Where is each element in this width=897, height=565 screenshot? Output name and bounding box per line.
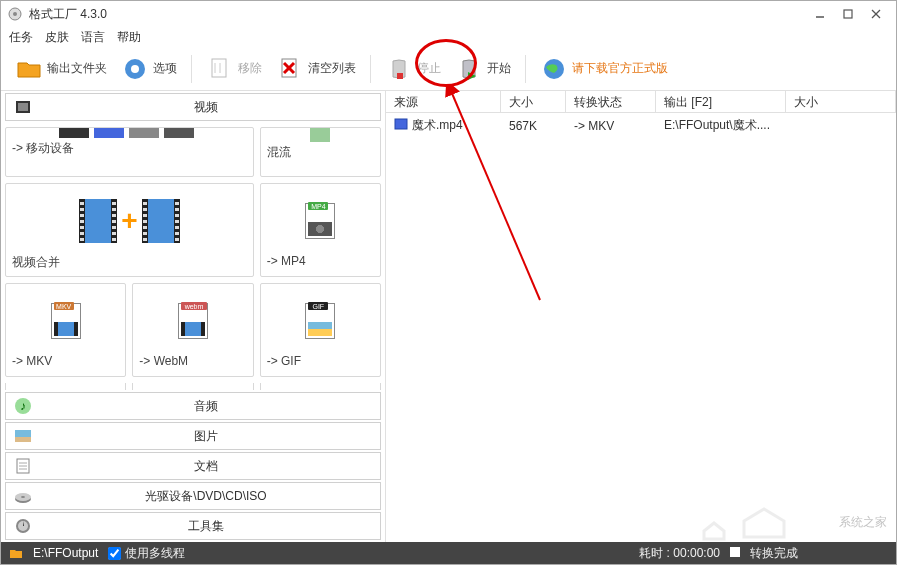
- menu-help[interactable]: 帮助: [117, 29, 141, 46]
- cell-size: 567K: [501, 116, 566, 135]
- svg-rect-3: [844, 10, 852, 18]
- stop-button[interactable]: 停止: [381, 53, 445, 85]
- cell-source: 魔术.mp4: [386, 116, 501, 135]
- tile-webm[interactable]: webm -> WebM: [132, 283, 253, 377]
- disc-category[interactable]: 光驱设备\DVD\CD\ISO: [5, 482, 381, 510]
- col-size[interactable]: 大小: [501, 91, 566, 112]
- clear-label: 清空列表: [308, 60, 356, 77]
- svg-rect-20: [94, 128, 124, 138]
- svg-rect-21: [129, 128, 159, 138]
- svg-point-34: [21, 496, 25, 498]
- elapsed-time: 耗时 : 00:00:00: [639, 545, 720, 562]
- tile-gif-label: -> GIF: [267, 352, 374, 370]
- tile-merge[interactable]: + 视频合并: [5, 183, 254, 277]
- stop-icon: [385, 55, 413, 83]
- document-label: 文档: [40, 458, 372, 475]
- progress-square-icon: [730, 546, 740, 560]
- output-path[interactable]: E:\FFOutput: [33, 546, 98, 560]
- separator: [370, 55, 371, 83]
- col-size2[interactable]: 大小: [786, 91, 896, 112]
- tile-mp4[interactable]: MP4 -> MP4: [260, 183, 381, 277]
- stop-label: 停止: [417, 60, 441, 77]
- tile-mkv-label: -> MKV: [12, 352, 119, 370]
- col-output[interactable]: 输出 [F2]: [656, 91, 786, 112]
- multithread-input[interactable]: [108, 547, 121, 560]
- multithread-label: 使用多线程: [125, 545, 185, 562]
- image-icon: [14, 427, 32, 445]
- svg-rect-27: [15, 437, 31, 442]
- minimize-button[interactable]: [806, 4, 834, 24]
- svg-text:♪: ♪: [20, 399, 26, 413]
- audio-icon: ♪: [14, 397, 32, 415]
- start-icon: [455, 55, 483, 83]
- tile-partial[interactable]: [5, 383, 126, 390]
- video-icon: [14, 98, 32, 116]
- progress-text: 转换完成: [750, 545, 798, 562]
- menu-skin[interactable]: 皮肤: [45, 29, 69, 46]
- tools-icon: [14, 517, 32, 535]
- tile-mix[interactable]: 混流: [260, 127, 381, 177]
- clear-button[interactable]: 清空列表: [272, 53, 360, 85]
- tiles-area: -> 移动设备 混流 + 视频合并 MP4 -> MP4: [1, 123, 385, 390]
- remove-label: 移除: [238, 60, 262, 77]
- tile-mobile-label: -> 移动设备: [12, 138, 247, 156]
- cell-source-text: 魔术.mp4: [412, 117, 463, 134]
- folder-icon: [15, 55, 43, 83]
- tile-mkv[interactable]: MKV -> MKV: [5, 283, 126, 377]
- start-button[interactable]: 开始: [451, 53, 515, 85]
- table-header: 来源 大小 转换状态 输出 [F2] 大小: [386, 91, 896, 113]
- separator: [525, 55, 526, 83]
- tile-partial[interactable]: [132, 383, 253, 390]
- video-file-icon: [394, 117, 408, 134]
- svg-point-7: [131, 65, 139, 73]
- video-label: 视频: [40, 99, 372, 116]
- svg-rect-23: [310, 128, 330, 142]
- document-category[interactable]: 文档: [5, 452, 381, 480]
- separator: [191, 55, 192, 83]
- close-button[interactable]: [862, 4, 890, 24]
- tile-mobile[interactable]: -> 移动设备: [5, 127, 254, 177]
- svg-rect-18: [18, 103, 28, 111]
- tile-gif[interactable]: GIF -> GIF: [260, 283, 381, 377]
- tile-merge-label: 视频合并: [12, 252, 247, 270]
- svg-rect-14: [397, 73, 403, 79]
- output-folder-button[interactable]: 输出文件夹: [11, 53, 111, 85]
- maximize-button[interactable]: [834, 4, 862, 24]
- col-status[interactable]: 转换状态: [566, 91, 656, 112]
- video-category-header[interactable]: 视频: [5, 93, 381, 121]
- cell-status: -> MKV: [566, 116, 656, 135]
- right-panel: 来源 大小 转换状态 输出 [F2] 大小 魔术.mp4 567K -> MKV…: [386, 91, 896, 542]
- tile-mix-label: 混流: [267, 142, 374, 160]
- options-label: 选项: [153, 60, 177, 77]
- svg-rect-8: [212, 59, 226, 77]
- statusbar: E:\FFOutput 使用多线程 耗时 : 00:00:00 转换完成: [1, 542, 896, 564]
- menu-task[interactable]: 任务: [9, 29, 33, 46]
- col-source[interactable]: 来源: [386, 91, 501, 112]
- table-row[interactable]: 魔术.mp4 567K -> MKV E:\FFOutput\魔术....: [386, 113, 896, 135]
- menu-language[interactable]: 语言: [81, 29, 105, 46]
- tile-partial[interactable]: [260, 383, 381, 390]
- remove-button[interactable]: 移除: [202, 53, 266, 85]
- tools-category[interactable]: 工具集: [5, 512, 381, 540]
- menubar: 任务 皮肤 语言 帮助: [1, 27, 896, 47]
- left-panel: 视频 -> 移动设备 混流 + 视频合并: [1, 91, 386, 542]
- disc-label: 光驱设备\DVD\CD\ISO: [40, 488, 372, 505]
- tile-webm-label: -> WebM: [139, 352, 246, 370]
- image-category[interactable]: 图片: [5, 422, 381, 450]
- options-icon: [121, 55, 149, 83]
- globe-icon: [540, 55, 568, 83]
- audio-category[interactable]: ♪ 音频: [5, 392, 381, 420]
- multithread-checkbox[interactable]: 使用多线程: [108, 545, 185, 562]
- document-icon: [14, 457, 32, 475]
- status-folder-icon[interactable]: [9, 546, 23, 560]
- app-icon: [7, 6, 23, 22]
- download-link[interactable]: 请下载官方正式版: [536, 53, 672, 85]
- download-label: 请下载官方正式版: [572, 60, 668, 77]
- window-title: 格式工厂 4.3.0: [29, 6, 806, 23]
- remove-icon: [206, 55, 234, 83]
- clear-icon: [276, 55, 304, 83]
- content: 视频 -> 移动设备 混流 + 视频合并: [1, 91, 896, 542]
- tools-label: 工具集: [40, 518, 372, 535]
- options-button[interactable]: 选项: [117, 53, 181, 85]
- audio-label: 音频: [40, 398, 372, 415]
